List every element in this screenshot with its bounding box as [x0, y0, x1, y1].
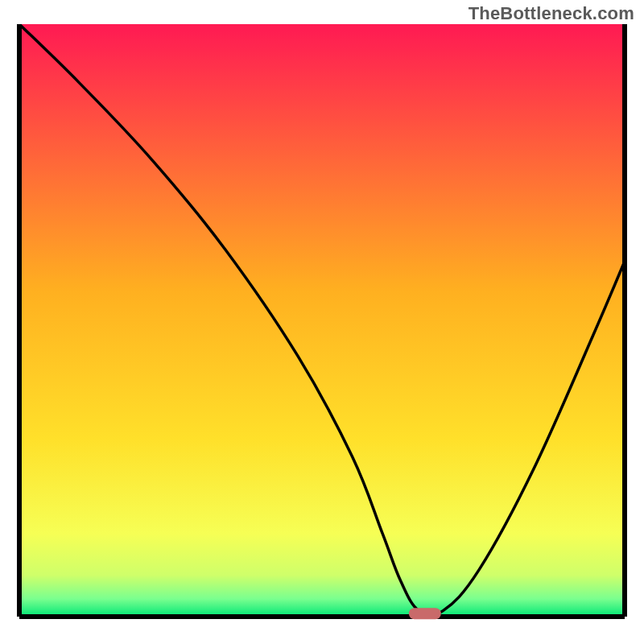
chart-container: TheBottleneck.com: [0, 0, 644, 644]
bottleneck-chart: [0, 0, 644, 644]
watermark-text: TheBottleneck.com: [469, 3, 634, 24]
optimal-point-marker: [409, 608, 441, 619]
